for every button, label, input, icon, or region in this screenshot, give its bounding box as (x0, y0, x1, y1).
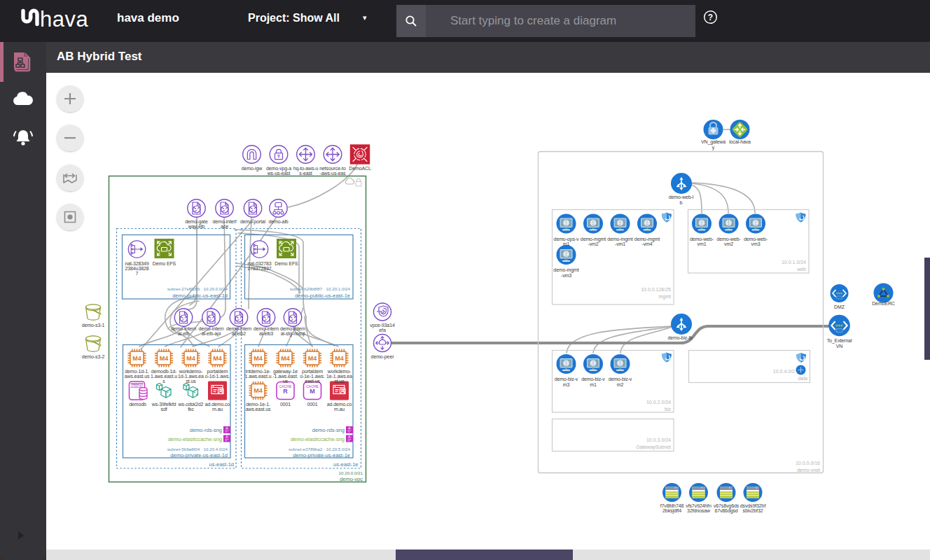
svg-text:demodb: demodb (129, 402, 146, 407)
svg-text:us-east-1e: us-east-1e (333, 461, 358, 468)
svg-text:local-hava: local-hava (729, 139, 751, 144)
svg-text:Demo EFS: Demo EFS (153, 261, 176, 266)
svg-text:Demo EFS: Demo EFS (275, 261, 298, 266)
svg-text:demo-web-vm3: demo-web-vm3 (744, 237, 768, 247)
svg-text:vfs7v924hfn32fdnosaw: vfs7v924hfn32fdnosaw (686, 503, 712, 514)
svg-text:demo-igw: demo-igw (242, 166, 263, 172)
svg-text:demo-s3-2: demo-s3-2 (82, 354, 105, 359)
svg-text:10.0.0.128/25: 10.0.0.128/25 (641, 287, 671, 292)
svg-text:demo-private-us-east-1d: demo-private-us-east-1d (170, 452, 228, 458)
svg-text:demodb-1d-1.aws.east.us: demodb-1d-1.aws.east.us (151, 369, 177, 384)
svg-text:demo-gateway-elb: demo-gateway-elb (185, 219, 208, 230)
svg-text:demo-mgmt-vm1: demo-mgmt-vm1 (607, 237, 632, 247)
svg-text:M: M (310, 388, 315, 395)
svg-text:demo-internal-elb2: demo-internal-elb2 (226, 326, 251, 336)
svg-text:ad.demo.com.au: ad.demo.com.au (327, 402, 352, 412)
svg-text:demo-alb: demo-alb (268, 219, 288, 224)
svg-text:f7v8fdh7482bksjdff4: f7v8fdh7482bksjdff4 (660, 503, 684, 514)
svg-text:R: R (283, 388, 288, 395)
svg-text:data: data (798, 376, 807, 381)
svg-text:gateway-1e-1.aws.east.us: gateway-1e-1.aws.east.us (272, 369, 298, 384)
svg-text:us-east-1d: us-east-1d (209, 461, 234, 468)
svg-text:0001: 0001 (280, 402, 291, 407)
svg-text:10.0.3.0/24: 10.0.3.0/24 (646, 438, 671, 442)
svg-text:demo-web-lb: demo-web-lb (669, 195, 694, 205)
svg-text:intdemo-1e-1.aws.east.u: intdemo-1e-1.aws.east.u (245, 369, 272, 379)
svg-text:demo-portal: demo-portal (240, 219, 266, 225)
svg-text:demo-peer: demo-peer (371, 354, 395, 360)
svg-text:demo-public-us-east-1d: demo-public-us-east-1d (172, 293, 228, 299)
svg-text:DemoERC: DemoERC (872, 301, 895, 306)
svg-text:demo-mgmt-vm3: demo-mgmt-vm3 (553, 267, 578, 278)
svg-text:demo-public-us-east-1e: demo-public-us-east-1e (295, 293, 350, 299)
svg-text:dsvds9f32hfsbiv2bf32: dsvds9f32hfsbiv2bf32 (740, 503, 766, 514)
svg-text:demo-biz-vm3: demo-biz-vm3 (555, 377, 578, 387)
svg-text:VN_gateway: VN_gateway (701, 139, 726, 150)
svg-text:demo-elasticcache-sng: demo-elasticcache-sng (291, 436, 345, 442)
svg-text:demo-web-vm1: demo-web-vm1 (690, 237, 714, 247)
svg-text:hq-to-aws-us-east: hq-to-aws-us-east (293, 166, 319, 176)
svg-text:demo-rds-sng: demo-rds-sng (312, 427, 345, 433)
svg-text:demo-internal-elb-api: demo-internal-elb-api (198, 326, 223, 337)
svg-text:ws-39fefkfdsdf: ws-39fefkfdsdf (151, 402, 176, 412)
svg-text:demo-web-vm2: demo-web-vm2 (717, 237, 742, 247)
svg-text:portaldemo-1e-1.aws.east.us: portaldemo-1e-1.aws.east.us (300, 369, 324, 384)
svg-text:demo-rds-sng: demo-rds-sng (190, 427, 222, 433)
svg-text:nat-3283492384u38287: nat-3283492384u38287 (125, 261, 148, 276)
svg-text:demo-private-us-east-1e: demo-private-us-east-1e (293, 452, 350, 458)
svg-text:DMZ: DMZ (834, 304, 845, 309)
svg-text:mgmt: mgmt (659, 294, 672, 300)
svg-text:demo-biz-vm2: demo-biz-vm2 (609, 377, 632, 387)
svg-text:10.0.0.0/16: 10.0.0.0/16 (796, 461, 820, 465)
svg-text:ad.demo.com.au: ad.demo.com.au (205, 402, 230, 412)
svg-text:nat-032783278372837: nat-032783278372837 (247, 261, 271, 271)
svg-text:0001: 0001 (307, 402, 317, 407)
svg-text:demo-mgmt-vm4: demo-mgmt-vm4 (634, 237, 660, 247)
svg-text:?: ? (708, 13, 713, 22)
svg-text:ws-cdsk2d2fkc: ws-cdsk2d2fkc (178, 402, 204, 412)
svg-text:demo-vnet: demo-vnet (797, 468, 820, 472)
svg-text:demo-1d-1.aws.east.us: demo-1d-1.aws.east.us (125, 369, 150, 379)
svg-text:subnet-5b9a8f04 · 10.20.4.0/24: subnet-5b9a8f04 · 10.20.4.0/24 (167, 447, 228, 451)
svg-text:DemoACL: DemoACL (349, 166, 371, 171)
svg-text:10.20.0.0/21: 10.20.0.0/21 (339, 470, 363, 475)
svg-text:10.0.4.0/2: 10.0.4.0/2 (773, 369, 795, 374)
svg-text:portaldemo-1d-1.aws.: portaldemo-1d-1.aws. (205, 369, 230, 379)
svg-text:demo-biz-lb: demo-biz-lb (667, 335, 692, 340)
svg-text:netsource-to-aws-us-eas: netsource-to-aws-us-eas (319, 166, 346, 176)
svg-text:subnet-e3789ba2 · 10.20.5.0/24: subnet-e3789ba2 · 10.20.5.0/24 (289, 447, 351, 451)
svg-text:demo-interface: demo-interface (212, 219, 236, 229)
svg-text:demo-mgmt-vm2: demo-mgmt-vm2 (581, 237, 606, 247)
svg-text:GatewaySubnet: GatewaySubnet (636, 444, 671, 450)
svg-text:biz: biz (665, 407, 671, 412)
svg-text:10.0.2.0/24: 10.0.2.0/24 (646, 400, 671, 405)
svg-text:subnet-b29b8f87 · 10.20.1.0/24: subnet-b29b8f87 · 10.20.1.0/24 (290, 286, 351, 291)
svg-text:demo-1e-1.aws.east.us: demo-1e-1.aws.east.us (246, 402, 271, 412)
svg-text:demo-internal-elb3: demo-internal-elb3 (254, 326, 279, 336)
svg-text:demo-ops-vm1: demo-ops-vm1 (554, 237, 579, 247)
svg-text:demo-biz-vm1: demo-biz-vm1 (581, 377, 605, 387)
svg-text:10.0.1.0/24: 10.0.1.0/24 (782, 260, 806, 265)
svg-text:demo-elasticcache-sng: demo-elasticcache-sng (168, 436, 222, 442)
svg-text:web: web (796, 267, 806, 272)
svg-text:subnet-27e8f289 · 10.20.0.0/24: subnet-27e8f289 · 10.20.0.0/24 (167, 286, 228, 291)
svg-text:demo-internal-stg-nosql: demo-internal-stg-nosql (280, 326, 305, 337)
svg-text:demo-s3-1: demo-s3-1 (82, 323, 105, 328)
svg-text:v67s8vg6ds67v86dgsd: v67s8vg6ds67v86dgsd (714, 503, 740, 514)
svg-text:To_ExternalVN: To_ExternalVN (827, 338, 852, 349)
svg-text:demo-vpg-aws-us-east: demo-vpg-aws-us-east (266, 166, 291, 176)
svg-text:vpce-93a14efa: vpce-93a14efa (370, 323, 395, 332)
svg-text:workdemo-1d-1.aws.east.us: workdemo-1d-1.aws.east.us (178, 369, 204, 384)
svg-text:demo-vpc: demo-vpc (340, 476, 363, 482)
